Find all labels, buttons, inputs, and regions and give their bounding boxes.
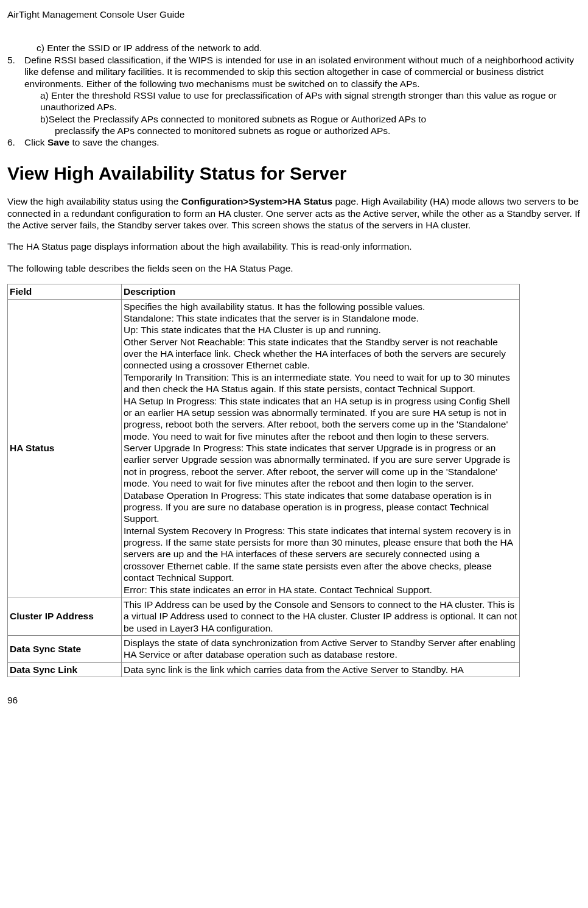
cell-field: HA Status [8, 299, 122, 597]
ha-status-table: Field Description HA Status Specifies th… [7, 284, 520, 677]
table-row: HA Status Specifies the high availabilit… [8, 299, 520, 597]
step-6-bold: Save [47, 137, 69, 147]
cell-field: Cluster IP Address [8, 597, 122, 635]
cell-description: Specifies the high availability status. … [122, 299, 520, 597]
step-6-suffix: to save the changes. [69, 137, 159, 147]
header-description: Description [122, 284, 520, 299]
intro-prefix: View the high availability status using … [7, 196, 181, 206]
step-6: 6. Click Save to save the changes. [7, 136, 581, 148]
cell-field: Data Sync State [8, 636, 122, 663]
paragraph-3: The following table describes the fields… [7, 262, 581, 274]
header-field: Field [8, 284, 122, 299]
step-5-b-cont: preclassify the APs connected to monitor… [55, 125, 581, 136]
intro-bold: Configuration>System>HA Status [181, 196, 332, 206]
step-5-number: 5. [7, 54, 24, 90]
step-5-a: a) Enter the threshold RSSI value to use… [40, 90, 581, 113]
cell-description: Data sync link is the link which carries… [122, 662, 520, 677]
cell-description: This IP Address can be used by the Conso… [122, 597, 520, 635]
section-title: View High Availability Status for Server [7, 162, 581, 185]
paragraph-2: The HA Status page displays information … [7, 241, 581, 252]
step-5: 5. Define RSSI based classification, if … [7, 54, 581, 90]
step-6-text: Click Save to save the changes. [24, 136, 581, 148]
page-number: 96 [7, 694, 581, 706]
step-5-b-line1: b)Select the Preclassify APs connected t… [40, 114, 426, 124]
step-6-prefix: Click [24, 137, 47, 147]
table-row: Data Sync State Displays the state of da… [8, 636, 520, 663]
table-header-row: Field Description [8, 284, 520, 299]
document-header: AirTight Management Console User Guide [7, 9, 581, 20]
step-5-b: b)Select the Preclassify APs connected t… [40, 113, 581, 125]
step-c: c) Enter the SSID or IP address of the n… [37, 42, 581, 54]
cell-description: Displays the state of data synchronizati… [122, 636, 520, 663]
cell-field: Data Sync Link [8, 662, 122, 677]
intro-paragraph: View the high availability status using … [7, 195, 581, 231]
step-6-number: 6. [7, 136, 24, 148]
table-row: Data Sync Link Data sync link is the lin… [8, 662, 520, 677]
step-5-text: Define RSSI based classification, if the… [24, 54, 581, 90]
table-row: Cluster IP Address This IP Address can b… [8, 597, 520, 635]
